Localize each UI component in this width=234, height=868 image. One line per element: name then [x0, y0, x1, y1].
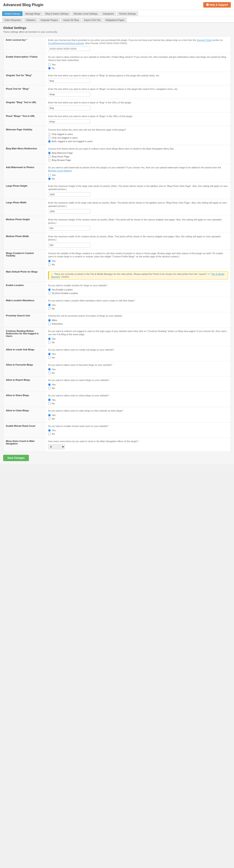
- location-yes[interactable]: Yes,Enable Location: [48, 288, 228, 291]
- tab-categories[interactable]: Categories: [100, 11, 116, 16]
- tab-statistics[interactable]: Statistics: [24, 18, 38, 22]
- location-mandatory-yes-radio[interactable]: [48, 304, 51, 306]
- redirect-welcome-page[interactable]: Blog Welcome Page: [48, 152, 228, 154]
- sub-blogs-no[interactable]: No: [48, 356, 228, 359]
- tab-review-settings[interactable]: Review Settings: [117, 11, 138, 16]
- location-no-radio[interactable]: [48, 292, 51, 295]
- cell-medium-photo-width: Enter the maximum width of the medium ph…: [45, 233, 231, 250]
- content-visibility-no[interactable]: No: [48, 263, 228, 266]
- welcome-both[interactable]: Both, logged in and non-logged in users: [48, 140, 228, 143]
- redirect-home-page[interactable]: Blog Home Page: [48, 155, 228, 158]
- watermark-no[interactable]: No: [48, 177, 228, 180]
- sub-blogs-yes[interactable]: Yes: [48, 353, 228, 355]
- minute-read-no-radio[interactable]: [48, 433, 51, 435]
- report-blogs-no[interactable]: No: [48, 387, 228, 390]
- subscription-yes[interactable]: Yes: [48, 63, 228, 66]
- location-mandatory-no[interactable]: No: [48, 307, 228, 310]
- license-key-input[interactable]: [48, 46, 90, 51]
- redirect-browse-radio[interactable]: [48, 159, 51, 162]
- tab-member-level-settings[interactable]: Member Level Settings: [71, 11, 100, 16]
- sub-blogs-no-radio[interactable]: [48, 356, 51, 359]
- watermark-yes-radio[interactable]: [48, 174, 51, 177]
- share-blogs-yes-radio[interactable]: [48, 399, 51, 401]
- minute-read-no[interactable]: No: [48, 433, 228, 435]
- row-medium-photo-height: Medium Photo Height Enter the maximum he…: [3, 216, 231, 233]
- medium-photo-width-input[interactable]: [48, 243, 90, 247]
- favourite-blogs-no[interactable]: No: [48, 371, 228, 374]
- favourite-blogs-yes-radio[interactable]: [48, 368, 51, 371]
- sns-website-link[interactable]: SocialNetworkingSolutions website: [48, 42, 84, 44]
- save-changes-button[interactable]: Save Changes: [3, 455, 29, 461]
- location-mandatory-no-radio[interactable]: [48, 307, 51, 310]
- proximity-kilometres-radio[interactable]: [48, 322, 51, 325]
- welcome-non-logged-in[interactable]: Only non-logged in users: [48, 136, 228, 139]
- location-yes-radio[interactable]: [48, 288, 51, 291]
- tab-import-se-blog[interactable]: Import SE Blog: [61, 18, 81, 22]
- singular-text-input[interactable]: [48, 79, 90, 83]
- report-blogs-no-radio[interactable]: [48, 387, 51, 390]
- row-singular-url: Singular "Blog" Text in URL Enter the te…: [3, 99, 231, 113]
- content-visibility-yes-radio[interactable]: [48, 260, 51, 262]
- sub-blogs-yes-radio[interactable]: [48, 353, 51, 355]
- large-photo-width-input[interactable]: [48, 209, 90, 214]
- minute-read-yes-radio[interactable]: [48, 429, 51, 432]
- member-level-link[interactable]: Member Level Settings: [48, 169, 72, 172]
- continue-reading-yes-radio[interactable]: [48, 338, 51, 340]
- welcome-non-logged-in-radio[interactable]: [48, 136, 51, 139]
- redirect-browse-page[interactable]: Blog Browse Page: [48, 159, 228, 162]
- label-minute-read: Enable Minute Read Count: [3, 422, 45, 437]
- tab-global-settings[interactable]: Global Settings: [2, 11, 23, 16]
- tab-integrate-plugins[interactable]: Integrate Plugins: [38, 18, 61, 22]
- tab-claim-requests[interactable]: Claim Requests: [2, 18, 23, 22]
- continue-reading-no[interactable]: No: [48, 341, 228, 344]
- report-blogs-yes-radio[interactable]: [48, 383, 51, 386]
- claim-blogs-no-radio[interactable]: [48, 417, 51, 420]
- content-visibility-no-radio[interactable]: [48, 263, 51, 266]
- watermark-yes[interactable]: Yes: [48, 174, 228, 177]
- claim-blogs-no[interactable]: No: [48, 417, 228, 420]
- favourite-blogs-yes[interactable]: Yes: [48, 368, 228, 371]
- continue-reading-no-radio[interactable]: [48, 341, 51, 344]
- report-blogs-yes[interactable]: Yes: [48, 383, 228, 386]
- proximity-kilometres[interactable]: Kilometres: [48, 322, 228, 325]
- content-area: Global Settings These settings affect al…: [0, 23, 234, 464]
- subscription-yes-radio[interactable]: [48, 63, 51, 66]
- tab-widgetized-pages[interactable]: Widgetized Pages: [103, 18, 127, 22]
- file-media-manager-link[interactable]: File & Media Manager: [51, 273, 224, 278]
- proximity-miles[interactable]: Miles: [48, 319, 228, 322]
- continue-reading-yes[interactable]: Yes: [48, 338, 228, 340]
- subscription-no-radio[interactable]: [48, 67, 51, 70]
- plural-url-input[interactable]: [48, 119, 90, 124]
- minute-read-yes[interactable]: Yes: [48, 429, 228, 432]
- large-photo-height-input[interactable]: [48, 192, 90, 197]
- proximity-miles-radio[interactable]: [48, 319, 51, 322]
- location-no[interactable]: No,Don't Enable Location: [48, 292, 228, 295]
- medium-photo-height-input[interactable]: [48, 226, 90, 230]
- singular-url-input[interactable]: [48, 106, 90, 110]
- redirect-home-radio[interactable]: [48, 155, 51, 158]
- tab-import-csv-file[interactable]: Import CSV File: [82, 18, 103, 22]
- content-visibility-yes[interactable]: Yes: [48, 260, 228, 262]
- tab-blog-creation-settings[interactable]: Blog Creation Settings: [43, 11, 71, 16]
- support-ticket-link[interactable]: Support Ticket: [197, 39, 212, 41]
- plural-text-input[interactable]: [48, 92, 90, 97]
- welcome-both-radio[interactable]: [48, 140, 51, 143]
- watermark-no-radio[interactable]: [48, 177, 51, 180]
- menu-items-count-select[interactable]: 4 5 6 7 8 9 10: [48, 444, 65, 449]
- share-blogs-yes[interactable]: Yes: [48, 399, 228, 401]
- favourite-blogs-no-radio[interactable]: [48, 371, 51, 374]
- claim-blogs-yes[interactable]: Yes: [48, 414, 228, 416]
- help-support-button[interactable]: ⓮ Help & Support: [203, 2, 231, 8]
- subscription-no[interactable]: No: [48, 67, 228, 70]
- redirect-welcome-radio[interactable]: [48, 152, 51, 154]
- welcome-logged-in-radio[interactable]: [48, 133, 51, 136]
- label-large-photo-height: Large Photo Height: [3, 182, 45, 199]
- share-blogs-no-radio[interactable]: [48, 402, 51, 405]
- desc-enable-location: Do you want to enable location for blogs…: [48, 284, 228, 287]
- claim-blogs-yes-radio[interactable]: [48, 414, 51, 416]
- share-blogs-no[interactable]: No: [48, 402, 228, 405]
- location-mandatory-yes[interactable]: Yes: [48, 304, 228, 306]
- cell-large-photo-width: Enter the maximum width of the large mai…: [45, 199, 231, 216]
- welcome-logged-in[interactable]: Only logged in users: [48, 133, 228, 136]
- tab-manage-blogs[interactable]: Manage Blogs: [23, 11, 42, 16]
